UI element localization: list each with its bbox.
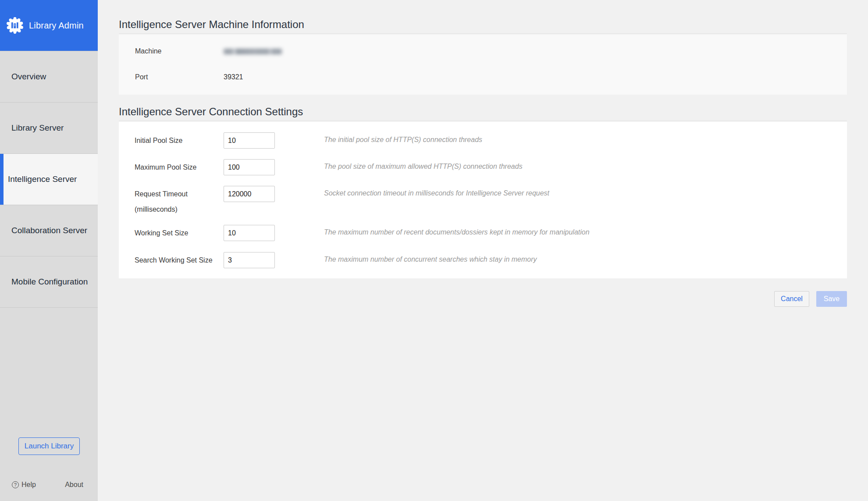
connection-settings-title: Intelligence Server Connection Settings [119, 95, 847, 121]
help-label: Help [21, 481, 36, 489]
sidebar-footer: ? Help About [0, 481, 98, 489]
field-label-main: Working Set Size [135, 225, 224, 241]
field-description: The initial pool size of HTTP(S) connect… [324, 132, 482, 144]
field-label: Request Timeout (milliseconds) [135, 186, 224, 217]
save-button[interactable]: Save [816, 291, 847, 307]
field-label-main: Initial Pool Size [135, 132, 224, 149]
field-label: Working Set Size [135, 225, 224, 241]
sidebar-item-mobile-configuration[interactable]: Mobile Configuration [0, 256, 98, 308]
field-label: Search Working Set Size [135, 252, 224, 268]
sidebar-item-label: Intelligence Server [8, 174, 77, 184]
field-label-main: Maximum Pool Size [135, 159, 224, 175]
sidebar-item-overview[interactable]: Overview [0, 51, 98, 103]
help-question-icon: ? [12, 481, 19, 488]
connection-settings-card: Initial Pool Size The initial pool size … [119, 122, 847, 278]
port-label: Port [135, 73, 224, 81]
sidebar-item-intelligence-server[interactable]: Intelligence Server [0, 154, 98, 205]
field-input-maximum-pool-size[interactable] [224, 159, 275, 175]
machine-info-card: Machine Port 39321 [119, 35, 847, 95]
machine-info-title: Intelligence Server Machine Information [119, 18, 847, 34]
field-input-working-set-size[interactable] [224, 225, 275, 241]
cancel-button[interactable]: Cancel [774, 291, 809, 307]
field-input-initial-pool-size[interactable] [224, 132, 275, 149]
settings-field-row-search-working-set-size: Search Working Set Size The maximum numb… [135, 252, 847, 268]
about-link[interactable]: About [65, 481, 83, 489]
sidebar-item-library-server[interactable]: Library Server [0, 103, 98, 154]
field-description: The maximum number of concurrent searche… [324, 252, 537, 263]
sidebar: Library Admin Overview Library Server In… [0, 0, 98, 501]
settings-field-row-working-set-size: Working Set Size The maximum number of r… [135, 225, 847, 241]
help-link[interactable]: ? Help [12, 481, 36, 489]
field-input-request-timeout[interactable] [224, 186, 275, 202]
field-description: Socket connection timeout in millisecond… [324, 186, 549, 197]
field-label-main: Request Timeout [135, 186, 224, 202]
launch-library-button[interactable]: Launch Library [18, 437, 80, 455]
field-label: Initial Pool Size [135, 132, 224, 149]
library-admin-logo-icon [6, 17, 24, 34]
sidebar-item-collaboration-server[interactable]: Collaboration Server [0, 205, 98, 256]
machine-value-redacted [224, 49, 282, 54]
field-label-sub: (milliseconds) [135, 202, 224, 217]
machine-row: Machine [135, 47, 847, 56]
form-actions: Cancel Save [119, 291, 847, 307]
settings-field-row-initial-pool-size: Initial Pool Size The initial pool size … [135, 132, 847, 149]
field-description: The pool size of maximum allowed HTTP(S)… [324, 159, 523, 171]
sidebar-item-label: Mobile Configuration [11, 277, 88, 287]
port-row: Port 39321 [135, 73, 847, 82]
sidebar-item-label: Library Server [11, 123, 64, 133]
settings-field-row-maximum-pool-size: Maximum Pool Size The pool size of maxim… [135, 159, 847, 175]
sidebar-nav: Overview Library Server Intelligence Ser… [0, 51, 98, 308]
machine-label: Machine [135, 47, 224, 55]
field-description: The maximum number of recent documents/d… [324, 225, 590, 236]
port-value: 39321 [224, 73, 243, 81]
field-label: Maximum Pool Size [135, 159, 224, 175]
field-input-search-working-set-size[interactable] [224, 252, 275, 268]
sidebar-item-label: Overview [11, 72, 46, 82]
main-content: Intelligence Server Machine Information … [98, 0, 868, 501]
settings-field-row-request-timeout: Request Timeout (milliseconds) Socket co… [135, 186, 847, 217]
app-title: Library Admin [29, 21, 84, 31]
field-label-main: Search Working Set Size [135, 252, 224, 268]
sidebar-header: Library Admin [0, 0, 98, 51]
sidebar-item-label: Collaboration Server [11, 226, 87, 235]
